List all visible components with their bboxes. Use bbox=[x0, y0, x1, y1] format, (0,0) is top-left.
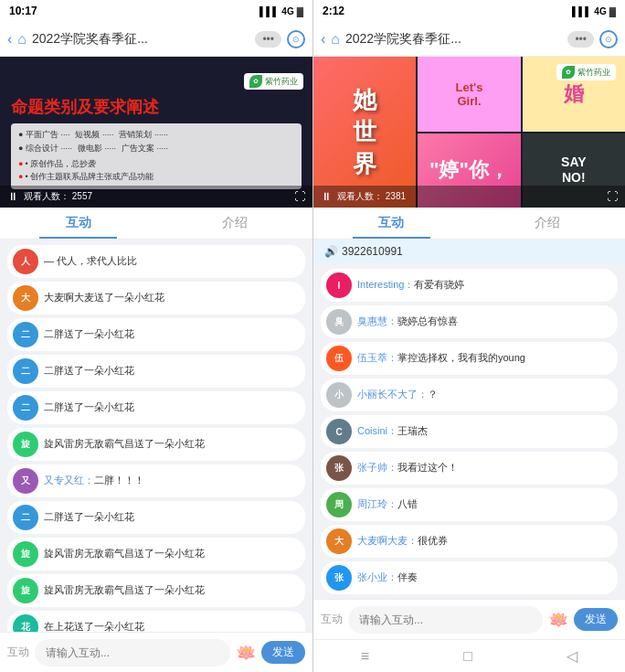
chat-text: 小丽长不大了：？ bbox=[357, 388, 438, 401]
video-controls-right: ⏸ 观看人数： 2381 ⛶ bbox=[313, 186, 625, 208]
chat-input-left[interactable] bbox=[35, 639, 230, 667]
target-button-left[interactable]: ⊙ bbox=[287, 30, 305, 48]
fullscreen-button-left[interactable]: ⛶ bbox=[294, 190, 305, 203]
chat-text: 旋风雷房无敌霸气昌送了一朵小红花 bbox=[44, 583, 205, 597]
home-nav-button-right[interactable]: □ bbox=[452, 645, 483, 668]
fullscreen-button-right[interactable]: ⛶ bbox=[607, 190, 618, 203]
list-item: 旋 旋风雷房无敌霸气昌送了一朵小红花 bbox=[7, 538, 305, 571]
more-button-left[interactable]: ••• bbox=[255, 31, 281, 48]
list-item: C Coisini：王瑞杰 bbox=[321, 415, 618, 448]
avatar: 二 bbox=[13, 322, 38, 347]
chat-text: 二胖送了一朵小红花 bbox=[44, 327, 134, 341]
signal-icon-right: ▌▌▌ bbox=[572, 6, 591, 16]
chat-text: 旋风雷房无敌霸气昌送了一朵小红花 bbox=[44, 547, 205, 560]
list-item: 臭 臭惠慧：骁婷总有惊喜 bbox=[321, 305, 618, 338]
list-item: 张 张小业：伴奏 bbox=[321, 561, 618, 594]
avatar: 二 bbox=[13, 395, 38, 421]
chat-text: 臭惠慧：骁婷总有惊喜 bbox=[357, 315, 458, 328]
list-item: 二 二胖送了一朵小红花 bbox=[7, 391, 305, 424]
list-item: 旋 旋风雷房无敌霸气昌送了一朵小红花 bbox=[7, 428, 305, 461]
chat-text: 在上花送了一朵小红花 bbox=[44, 620, 144, 632]
speaker-icon: 🔊 bbox=[324, 245, 338, 258]
avatar: 旋 bbox=[13, 578, 38, 603]
video-area-left: ✿ 紫竹药业 命题类别及要求阐述 ● 平面广告 ···· 短视频 ····· 营… bbox=[0, 57, 312, 208]
status-icons-left: ▌▌▌ 4G ▓ bbox=[260, 6, 303, 16]
avatar: 旋 bbox=[13, 541, 38, 567]
bottom-nav-right: ≡ □ ◁ bbox=[313, 639, 625, 672]
list-item: 二 二胖送了一朵小红花 bbox=[7, 355, 305, 388]
avatar: 小 bbox=[326, 382, 352, 408]
tab-interaction-right[interactable]: 互动 bbox=[313, 208, 470, 239]
lotus-icon-right[interactable]: 🪷 bbox=[548, 610, 568, 630]
list-item: 伍 伍玉萃：掌控选择权，我有我的young bbox=[321, 342, 618, 375]
list-item: I Interesting：有爱有骁婷 bbox=[321, 269, 618, 302]
network-icon-right: 4G bbox=[594, 6, 606, 16]
back-nav-button-right[interactable]: ◁ bbox=[556, 644, 588, 668]
bottom-label-right: 互动 bbox=[321, 612, 343, 627]
tabs-right: 互动 介绍 bbox=[313, 208, 625, 240]
lotus-icon-left[interactable]: 🪷 bbox=[236, 643, 256, 663]
chat-list-left: 人 — 代人，求代人比比 大 大麦啊大麦送了一朵小红花 二 二胖送了一朵小红花 … bbox=[0, 240, 312, 632]
home-button-left[interactable]: ⌂ bbox=[17, 31, 26, 48]
chat-list-right: I Interesting：有爱有骁婷 臭 臭惠慧：骁婷总有惊喜 伍 伍玉萃：掌… bbox=[313, 263, 625, 599]
tab-intro-left[interactable]: 介绍 bbox=[156, 208, 312, 239]
more-button-right[interactable]: ••• bbox=[567, 31, 594, 48]
menu-button-right[interactable]: ≡ bbox=[350, 645, 380, 668]
back-button-left[interactable]: ‹ bbox=[7, 31, 12, 48]
avatar: C bbox=[326, 419, 352, 444]
chat-text: 大麦啊大麦：很优券 bbox=[357, 534, 448, 548]
logo-left: ✿ 紫竹药业 bbox=[244, 73, 303, 90]
avatar: 张 bbox=[326, 565, 352, 591]
avatar: 二 bbox=[13, 358, 38, 384]
avatar: 大 bbox=[326, 528, 352, 554]
bottom-bar-right: 互动 🪷 发送 bbox=[313, 599, 625, 639]
chat-input-right[interactable] bbox=[348, 606, 543, 634]
battery-icon-right: ▓ bbox=[609, 6, 616, 16]
status-time-left: 10:17 bbox=[9, 5, 37, 17]
send-button-left[interactable]: 发送 bbox=[261, 641, 305, 664]
chat-text: 张小业：伴奏 bbox=[357, 571, 418, 584]
back-button-right[interactable]: ‹ bbox=[321, 31, 325, 48]
avatar: 臭 bbox=[326, 309, 352, 335]
tabs-left: 互动 介绍 bbox=[0, 208, 312, 240]
list-item: 大 大麦啊大麦送了一朵小红花 bbox=[7, 282, 305, 315]
avatar: 周 bbox=[326, 492, 352, 517]
home-button-right[interactable]: ⌂ bbox=[331, 31, 340, 48]
chat-text: Coisini：王瑞杰 bbox=[357, 424, 428, 438]
chat-text: 二胖送了一朵小红花 bbox=[44, 364, 134, 378]
avatar: 二 bbox=[13, 505, 38, 530]
viewer-count-right: 观看人数： 2381 bbox=[337, 190, 601, 203]
chat-text: 大麦啊大麦送了一朵小红花 bbox=[44, 291, 164, 304]
chat-text: — 代人，求代人比比 bbox=[44, 254, 137, 268]
nav-bar-left: ‹ ⌂ 2022学院奖春季征... ••• ⊙ bbox=[0, 22, 312, 57]
status-time-right: 2:12 bbox=[323, 5, 344, 17]
list-item: 花 在上花送了一朵小红花 bbox=[7, 611, 305, 632]
target-button-right[interactable]: ⊙ bbox=[599, 30, 618, 48]
chat-text: 张子帅：我看过这个！ bbox=[357, 461, 458, 475]
tab-intro-right[interactable]: 介绍 bbox=[470, 208, 626, 239]
chat-area-left[interactable]: 人 — 代人，求代人比比 大 大麦啊大麦送了一朵小红花 二 二胖送了一朵小红花 … bbox=[0, 240, 312, 632]
signal-icon-left: ▌▌▌ bbox=[260, 6, 279, 16]
bottom-bar-left: 互动 🪷 发送 bbox=[0, 632, 312, 672]
network-icon-left: 4G bbox=[281, 6, 293, 16]
phone-number-bar: 🔊 3922610991 bbox=[313, 240, 625, 263]
avatar: 人 bbox=[13, 249, 38, 274]
avatar: 张 bbox=[326, 455, 352, 481]
video-area-right: ✿ 紫竹药业 她世界 Let'sGirl. 婚 "婷"你， SAYNO! ⏸ 观… bbox=[313, 57, 625, 208]
chat-text: 二胖送了一朵小红花 bbox=[44, 510, 134, 524]
play-button-left[interactable]: ⏸ bbox=[7, 190, 18, 203]
video-title-left: 命题类别及要求阐述 bbox=[11, 97, 302, 118]
play-button-right[interactable]: ⏸ bbox=[321, 190, 332, 203]
nav-title-left: 2022学院奖春季征... bbox=[32, 31, 249, 48]
grid-item-2: Let'sGirl. bbox=[418, 57, 520, 132]
chat-text: Interesting：有爱有骁婷 bbox=[357, 278, 464, 292]
avatar: 伍 bbox=[326, 346, 352, 371]
chat-text: 又专又红：二胖！！！ bbox=[44, 474, 144, 487]
chat-area-right[interactable]: I Interesting：有爱有骁婷 臭 臭惠慧：骁婷总有惊喜 伍 伍玉萃：掌… bbox=[313, 263, 625, 599]
video-controls-left: ⏸ 观看人数： 2557 ⛶ bbox=[0, 186, 312, 208]
tab-interaction-left[interactable]: 互动 bbox=[0, 208, 156, 239]
phone-left: 10:17 ▌▌▌ 4G ▓ ‹ ⌂ 2022学院奖春季征... ••• ⊙ ✿… bbox=[0, 0, 312, 672]
send-button-right[interactable]: 发送 bbox=[574, 608, 618, 631]
avatar: 旋 bbox=[13, 432, 38, 457]
video-subtitles-left: ● 平面广告 ···· 短视频 ····· 营销策划 ······ ● 综合设计… bbox=[11, 123, 302, 189]
